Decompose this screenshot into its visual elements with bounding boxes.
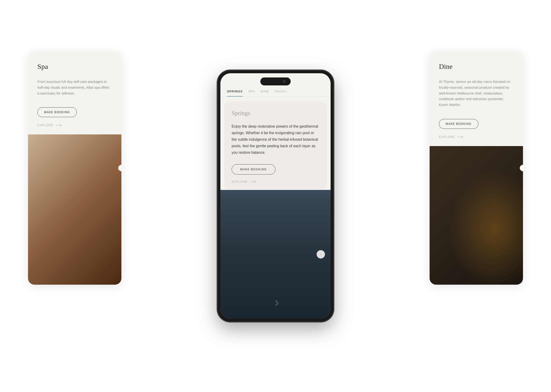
- dine-card: Dine At Thyme, savour an all-day menu fo…: [430, 51, 523, 285]
- dine-explore-label: EXPLORE: [439, 135, 455, 139]
- spa-booking-button[interactable]: MAKE BOOKING: [37, 107, 77, 117]
- dine-explore-arrow-icon: [457, 136, 464, 138]
- springs-booking-button[interactable]: MAKE BOOKING: [232, 164, 276, 175]
- spa-card-title: Spa: [37, 63, 112, 70]
- tab-springs[interactable]: SPRINGS: [227, 90, 243, 96]
- springs-card: Springs Enjoy the deep restorative power…: [224, 101, 327, 190]
- spa-card-content: Spa From luxurious full day self-care pa…: [28, 51, 121, 134]
- phone-camera: [283, 80, 286, 83]
- dine-booking-button[interactable]: MAKE BOOKING: [439, 119, 478, 129]
- springs-explore-row: EXPLORE: [232, 180, 319, 183]
- springs-image-area: ☽ ›: [220, 190, 331, 319]
- springs-chevron-right-icon[interactable]: ›: [317, 250, 325, 259]
- moon-icon: ☽: [273, 299, 279, 307]
- springs-explore-arrow-icon: [250, 181, 257, 183]
- phone-notch: [260, 77, 291, 85]
- spa-card-image: [28, 134, 121, 285]
- dine-card-description: At Thyme, savour an all-day menu focused…: [439, 79, 514, 108]
- springs-explore-label: EXPLORE: [232, 180, 247, 183]
- dine-card-content: Dine At Thyme, savour an all-day menu fo…: [430, 51, 523, 146]
- scene: Spa From luxurious full day self-care pa…: [0, 0, 551, 392]
- tab-packages[interactable]: PACKA...: [275, 90, 290, 96]
- tab-spa[interactable]: SPA: [248, 90, 255, 96]
- dine-card-image: [430, 146, 523, 285]
- phone-screen: SPRINGS SPA DINE PACKA... Springs Enjoy …: [220, 73, 331, 319]
- dine-explore-row: EXPLORE: [439, 135, 514, 139]
- spa-card-description: From luxurious full day self-care packag…: [37, 79, 112, 96]
- center-phone: SPRINGS SPA DINE PACKA... Springs Enjoy …: [217, 70, 334, 322]
- spa-explore-row: EXPLORE: [37, 124, 112, 127]
- dine-image-overlay: [430, 146, 523, 285]
- dine-card-title: Dine: [439, 63, 514, 70]
- spa-explore-label: EXPLORE: [37, 124, 53, 127]
- spa-explore-arrow-icon: [56, 124, 63, 126]
- spa-figure-overlay: [28, 134, 121, 285]
- tab-dine[interactable]: DINE: [261, 90, 269, 96]
- springs-card-description: Enjoy the deep restorative powers of the…: [232, 123, 319, 156]
- springs-card-title: Springs: [232, 110, 319, 117]
- spa-card: Spa From luxurious full day self-care pa…: [28, 51, 121, 285]
- phone-body: Springs Enjoy the deep restorative power…: [220, 97, 331, 319]
